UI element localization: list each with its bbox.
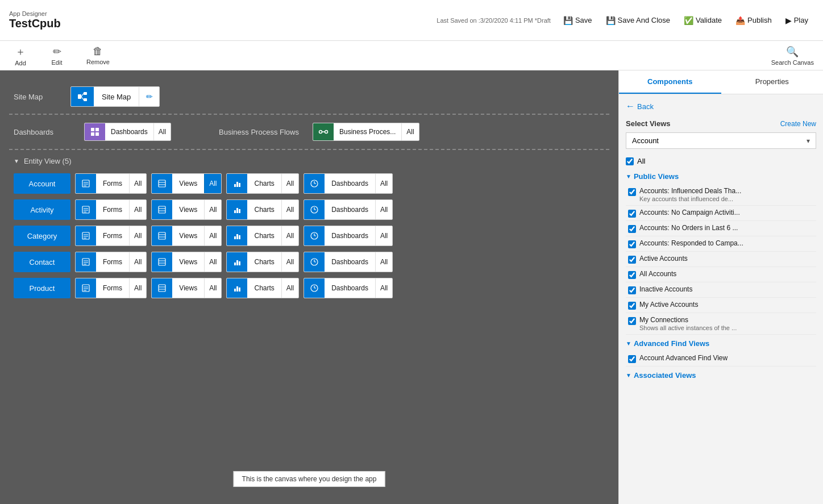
charts-all-0[interactable]: All bbox=[281, 173, 298, 194]
view-item-content-7: My Active Accounts bbox=[639, 301, 814, 309]
view-checkbox-8[interactable] bbox=[628, 317, 636, 325]
charts-tag-2[interactable]: Charts All bbox=[226, 226, 299, 246]
view-checkbox-2[interactable] bbox=[628, 225, 636, 233]
charts-all-1[interactable]: All bbox=[281, 199, 298, 220]
dashboards-entity-tag-2[interactable]: Dashboards All bbox=[304, 226, 393, 246]
bpf-text: Business Proces... bbox=[334, 128, 401, 136]
views-icon-0 bbox=[152, 173, 172, 194]
back-button[interactable]: ← Back bbox=[626, 101, 654, 111]
dashboards-all-button[interactable]: All bbox=[153, 123, 171, 141]
canvas-area[interactable]: Site Map Site Map ✏ Dashboards Dashboard… bbox=[0, 70, 618, 504]
entity-row: Activity Forms All Views All Charts All bbox=[14, 199, 605, 220]
advanced-find-collapse-icon[interactable]: ▼ bbox=[626, 340, 631, 347]
view-title-8: My Connections bbox=[639, 316, 814, 324]
charts-all-3[interactable]: All bbox=[281, 252, 298, 272]
view-checkbox-7[interactable] bbox=[628, 302, 636, 310]
charts-tag-4[interactable]: Charts All bbox=[226, 278, 299, 298]
svg-rect-64 bbox=[236, 286, 238, 291]
dashboards-entity-all-0[interactable]: All bbox=[375, 173, 392, 194]
public-views-collapse-icon[interactable]: ▼ bbox=[626, 173, 631, 180]
search-canvas-button[interactable]: 🔍 Search Canvas bbox=[771, 45, 814, 66]
dashboards-tag[interactable]: Dashboards All bbox=[84, 123, 171, 141]
all-checkbox[interactable] bbox=[626, 157, 634, 165]
dashboards-entity-all-1[interactable]: All bbox=[375, 199, 392, 220]
view-item-content-3: Accounts: Responded to Campa... bbox=[639, 239, 814, 247]
views-tag-3[interactable]: Views All bbox=[151, 252, 222, 272]
create-new-link[interactable]: Create New bbox=[780, 120, 816, 128]
view-checkbox-6[interactable] bbox=[628, 286, 636, 294]
views-tag-2[interactable]: Views All bbox=[151, 226, 222, 246]
associated-views-collapse-icon[interactable]: ▼ bbox=[626, 372, 631, 378]
forms-all-3[interactable]: All bbox=[129, 252, 146, 272]
view-item-content-1: Accounts: No Campaign Activiti... bbox=[639, 209, 814, 216]
views-all-2[interactable]: All bbox=[204, 226, 221, 246]
charts-tag-1[interactable]: Charts All bbox=[226, 199, 299, 220]
dashboards-icon bbox=[85, 123, 105, 141]
add-button[interactable]: ＋ Add bbox=[9, 43, 32, 69]
view-checkbox-1[interactable] bbox=[628, 210, 636, 218]
views-tag-4[interactable]: Views All bbox=[151, 278, 222, 298]
dashboards-entity-tag-0[interactable]: Dashboards All bbox=[304, 173, 393, 194]
dashboards-entity-all-3[interactable]: All bbox=[375, 252, 392, 272]
advanced-find-views-label: Advanced Find Views bbox=[634, 339, 709, 348]
remove-button[interactable]: 🗑 Remove bbox=[82, 43, 114, 68]
charts-all-2[interactable]: All bbox=[281, 226, 298, 246]
views-all-3[interactable]: All bbox=[204, 252, 221, 272]
play-button[interactable]: ▶ Play bbox=[780, 13, 814, 28]
forms-all-1[interactable]: All bbox=[129, 199, 146, 220]
dashboards-entity-text-1: Dashboards bbox=[325, 206, 375, 214]
svg-point-9 bbox=[319, 131, 322, 134]
canvas-tooltip: This is the canvas where you design the … bbox=[234, 471, 385, 487]
charts-icon-0 bbox=[227, 173, 247, 194]
entity-contact-button[interactable]: Contact bbox=[14, 252, 70, 272]
forms-all-2[interactable]: All bbox=[129, 226, 146, 246]
views-all-0[interactable]: All bbox=[204, 173, 221, 194]
forms-all-4[interactable]: All bbox=[129, 278, 146, 298]
charts-tag-0[interactable]: Charts All bbox=[226, 173, 299, 194]
entity-account-button[interactable]: Account bbox=[14, 173, 70, 194]
views-all-1[interactable]: All bbox=[204, 199, 221, 220]
canvas-inner: Site Map Site Map ✏ Dashboards Dashboard… bbox=[9, 80, 609, 495]
forms-tag-1[interactable]: Forms All bbox=[75, 199, 147, 220]
entity-activity-button[interactable]: Activity bbox=[14, 199, 70, 220]
entity-category-button[interactable]: Category bbox=[14, 226, 70, 246]
tab-components[interactable]: Components bbox=[619, 70, 721, 94]
views-tag-0[interactable]: Views All bbox=[151, 173, 222, 194]
dashboards-entity-tag-3[interactable]: Dashboards All bbox=[304, 252, 393, 272]
sitemap-edit-button[interactable]: ✏ bbox=[139, 86, 159, 107]
sitemap-box[interactable]: Site Map ✏ bbox=[70, 86, 160, 107]
views-all-4[interactable]: All bbox=[204, 278, 221, 298]
view-dropdown[interactable]: Account ▾ bbox=[626, 132, 816, 149]
publish-button[interactable]: 📤 Publish bbox=[730, 13, 778, 28]
save-button[interactable]: 💾 Save bbox=[558, 13, 598, 28]
validate-button[interactable]: ✅ Validate bbox=[678, 13, 728, 28]
bpf-all-button[interactable]: All bbox=[401, 123, 418, 141]
forms-tag-2[interactable]: Forms All bbox=[75, 226, 147, 246]
view-checkbox-5[interactable] bbox=[628, 271, 636, 279]
forms-text-0: Forms bbox=[96, 180, 129, 188]
dashboards-entity-tag-4[interactable]: Dashboards All bbox=[304, 278, 393, 298]
charts-tag-3[interactable]: Charts All bbox=[226, 252, 299, 272]
view-title-6: Inactive Accounts bbox=[639, 285, 814, 293]
view-checkbox-4[interactable] bbox=[628, 256, 636, 264]
dashboards-entity-text-3: Dashboards bbox=[325, 258, 375, 266]
tab-properties[interactable]: Properties bbox=[721, 70, 824, 94]
collapse-arrow-icon[interactable]: ▼ bbox=[14, 158, 19, 164]
entity-product-button[interactable]: Product bbox=[14, 278, 70, 298]
dashboards-entity-all-4[interactable]: All bbox=[375, 278, 392, 298]
forms-all-0[interactable]: All bbox=[129, 173, 146, 194]
views-tag-1[interactable]: Views All bbox=[151, 199, 222, 220]
bpf-tag[interactable]: Business Proces... All bbox=[313, 123, 419, 141]
dashboards-entity-tag-1[interactable]: Dashboards All bbox=[304, 199, 393, 220]
save-close-button[interactable]: 💾 Save And Close bbox=[600, 13, 676, 28]
dashboards-entity-all-2[interactable]: All bbox=[375, 226, 392, 246]
charts-all-4[interactable]: All bbox=[281, 278, 298, 298]
forms-tag-3[interactable]: Forms All bbox=[75, 252, 147, 272]
forms-tag-4[interactable]: Forms All bbox=[75, 278, 147, 298]
forms-tag-0[interactable]: Forms All bbox=[75, 173, 147, 194]
adv-view-checkbox-0[interactable] bbox=[628, 355, 636, 363]
play-label: Play bbox=[794, 16, 808, 24]
view-checkbox-3[interactable] bbox=[628, 240, 636, 248]
edit-button[interactable]: ✏ Edit bbox=[45, 43, 68, 68]
view-checkbox-0[interactable] bbox=[628, 188, 636, 196]
